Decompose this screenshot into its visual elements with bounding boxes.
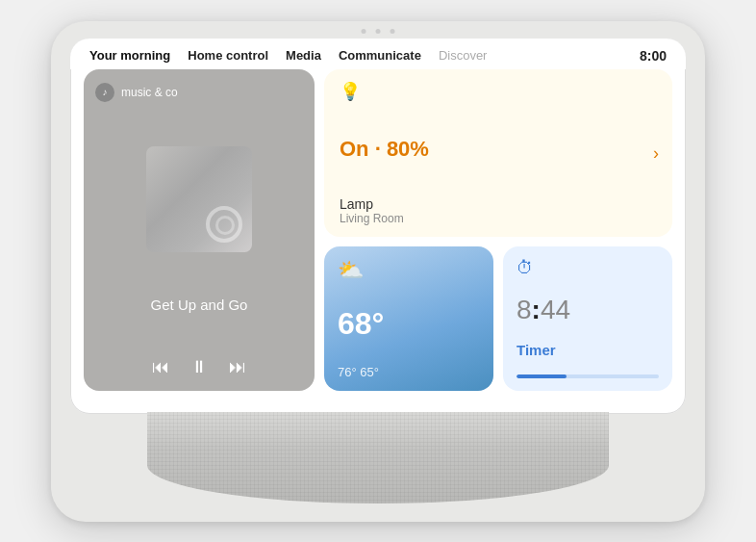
timer-card[interactable]: ⏱ 8:44 Timer [503, 246, 672, 391]
screen: Your morning Home control Media Communic… [70, 39, 686, 414]
prev-button[interactable]: ⏮ [152, 357, 169, 377]
music-source-label: music & co [121, 86, 178, 99]
content-area: ♪ music & co Get Up and Go ⏮ ⏸ ⏭ 💡 On · … [70, 69, 686, 402]
music-header: ♪ music & co [95, 83, 178, 102]
timer-icon: ⏱ [517, 258, 659, 278]
lamp-room: Living Room [340, 212, 657, 225]
timer-label: Timer [517, 342, 659, 358]
clock-display: 8:00 [640, 48, 667, 64]
lamp-icon: 💡 [340, 81, 657, 102]
lamp-status: On · 80% [340, 137, 657, 162]
music-source-icon: ♪ [95, 83, 114, 102]
nav-bar: Your morning Home control Media Communic… [70, 39, 686, 69]
weather-card[interactable]: ⛅ 68° 76° 65° [324, 246, 493, 391]
speaker-texture [147, 412, 609, 503]
timer-progress-bar [517, 374, 567, 378]
playback-controls: ⏮ ⏸ ⏭ [152, 357, 246, 377]
tab-media[interactable]: Media [286, 48, 321, 63]
lamp-card[interactable]: 💡 On · 80% Lamp Living Room › [324, 69, 672, 237]
weather-icon: ⛅ [338, 258, 364, 283]
timer-minutes: 8 [517, 295, 532, 324]
temperature-main: 68° [338, 306, 480, 342]
right-column: 💡 On · 80% Lamp Living Room › ⛅ [324, 69, 672, 391]
camera-dot-1 [362, 29, 366, 34]
tab-home-control[interactable]: Home control [188, 48, 268, 63]
lamp-chevron-icon: › [653, 142, 659, 163]
weather-icon-area: ⛅ [338, 258, 480, 283]
temperature-range: 76° 65° [338, 365, 480, 379]
music-card[interactable]: ♪ music & co Get Up and Go ⏮ ⏸ ⏭ [84, 69, 315, 391]
camera-dot-2 [376, 29, 381, 34]
tab-communicate[interactable]: Communicate [339, 48, 421, 63]
timer-progress-track [517, 374, 659, 378]
lamp-name: Lamp [340, 196, 657, 212]
timer-seconds: 44 [541, 295, 570, 324]
camera-dot-3 [391, 29, 395, 34]
tab-discover[interactable]: Discover [439, 48, 488, 63]
camera-dots [362, 29, 395, 34]
tab-your-morning[interactable]: Your morning [89, 48, 170, 63]
speaker-base [147, 412, 609, 503]
next-button[interactable]: ⏭ [229, 357, 246, 377]
album-art [146, 146, 252, 252]
bottom-row: ⛅ 68° 76° 65° ⏱ 8:44 Timer [324, 246, 672, 391]
play-pause-button[interactable]: ⏸ [190, 357, 208, 377]
track-name: Get Up and Go [151, 297, 248, 313]
timer-display: 8:44 [517, 295, 659, 325]
device-body: Your morning Home control Media Communic… [51, 21, 705, 522]
